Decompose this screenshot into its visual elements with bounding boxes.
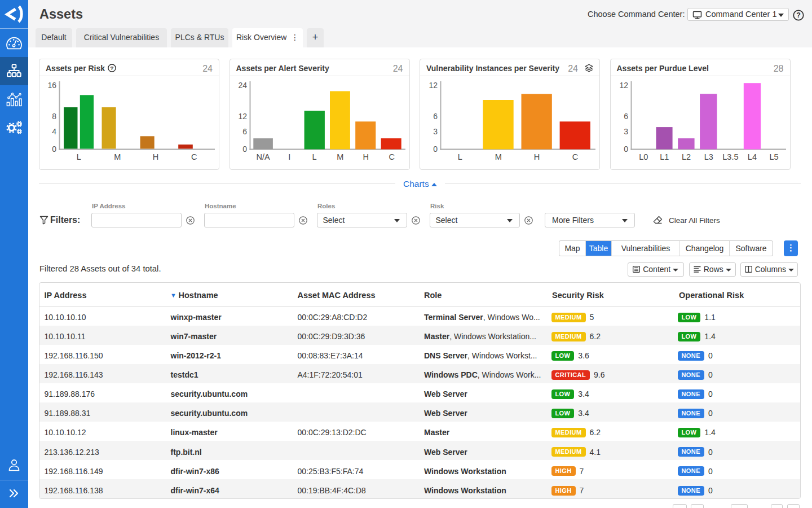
svg-text:L2: L2	[681, 152, 690, 161]
svg-text:L: L	[458, 152, 462, 161]
svg-text:L: L	[77, 152, 81, 161]
svg-text:C: C	[389, 152, 394, 161]
svg-text:L5: L5	[769, 152, 778, 161]
svg-text:C: C	[191, 152, 197, 161]
svg-text:12: 12	[619, 81, 628, 90]
svg-text:16: 16	[47, 81, 56, 90]
svg-text:H: H	[363, 152, 368, 161]
svg-text:C: C	[572, 152, 578, 161]
svg-text:24: 24	[238, 81, 247, 90]
svg-text:L3.5: L3.5	[722, 152, 738, 161]
svg-text:L1: L1	[660, 152, 669, 161]
svg-text:L0: L0	[639, 152, 648, 161]
svg-text:N/A: N/A	[256, 152, 270, 161]
svg-text:M: M	[337, 152, 343, 161]
svg-text:0: 0	[433, 144, 438, 154]
svg-text:H: H	[534, 152, 540, 161]
svg-text:L3: L3	[704, 152, 713, 161]
svg-text:0: 0	[52, 144, 56, 154]
svg-text:8: 8	[52, 112, 56, 121]
svg-text:L: L	[312, 152, 316, 161]
svg-text:0: 0	[242, 144, 247, 154]
svg-text:L4: L4	[747, 152, 756, 161]
svg-text:12: 12	[238, 112, 247, 121]
svg-text:3: 3	[433, 127, 438, 136]
svg-text:6: 6	[433, 112, 438, 121]
svg-text:?: ?	[110, 65, 113, 71]
svg-text:12: 12	[429, 81, 438, 90]
svg-text:M: M	[114, 152, 121, 161]
svg-text:?: ?	[796, 11, 801, 19]
svg-text:0: 0	[624, 144, 628, 154]
svg-text:H: H	[153, 152, 158, 161]
svg-text:I: I	[288, 152, 290, 161]
svg-text:6: 6	[242, 127, 247, 136]
svg-text:M: M	[495, 152, 502, 161]
svg-text:4: 4	[52, 127, 56, 136]
svg-text:3: 3	[624, 127, 628, 136]
svg-text:6: 6	[624, 112, 628, 121]
